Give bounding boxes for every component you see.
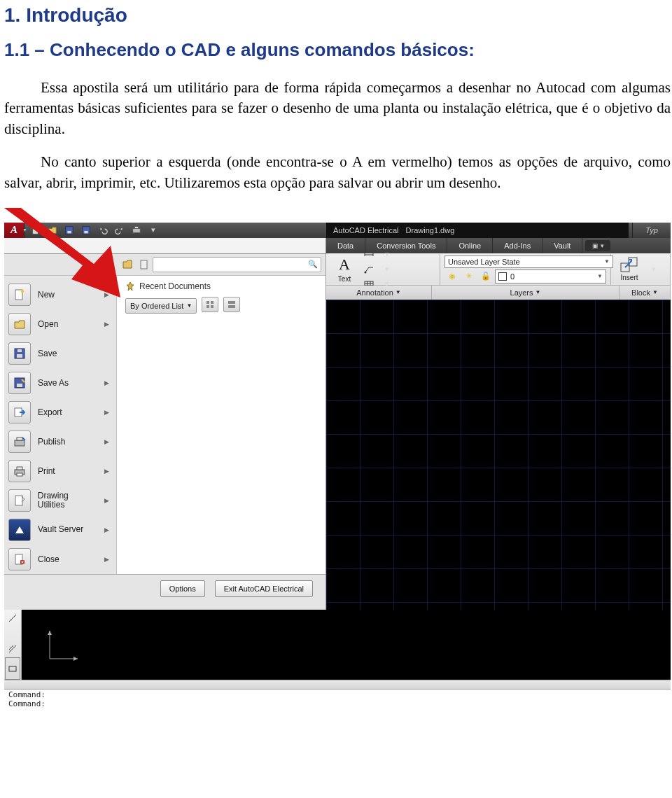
menu-vault-server[interactable]: Vault Server ▶ — [8, 515, 116, 545]
layer-on-icon[interactable]: ◉ — [444, 270, 460, 284]
current-layer-dropdown[interactable]: 0▼ — [495, 270, 606, 284]
close-icon — [8, 548, 31, 570]
submenu-arrow-icon: ▶ — [104, 321, 109, 328]
exit-button[interactable]: Exit AutoCAD Electrical — [215, 580, 313, 597]
text-tool-label: Text — [338, 275, 351, 283]
app-menu-open-docs-button[interactable] — [136, 259, 153, 270]
submenu-arrow-icon: ▶ — [104, 526, 109, 533]
annotation-dd-1[interactable]: ▾ — [379, 248, 395, 262]
current-layer-value: 0 — [510, 272, 514, 281]
screenshot: A ▼ ▾ AutoCAD Electrical Drawing1.dwg Ty… — [4, 223, 671, 708]
svg-rect-27 — [206, 305, 209, 308]
annotation-dd-2[interactable]: ▾ — [379, 262, 395, 276]
menu-saveas[interactable]: Save As ▶ — [8, 368, 116, 398]
text-tool-button[interactable]: A Text — [330, 255, 358, 284]
svg-rect-6 — [134, 227, 138, 229]
app-menu-search-input[interactable]: 🔍 — [153, 257, 321, 272]
help-search-box[interactable]: Typ — [632, 223, 671, 238]
layer-freeze-icon[interactable]: ☀ — [461, 270, 477, 284]
qat-plot-icon[interactable] — [128, 223, 145, 238]
svg-rect-28 — [211, 305, 214, 308]
app-menu-list: New ▶ Open ▶ Save — [4, 276, 116, 574]
tab-collapse-button[interactable]: ▣ ▾ — [585, 240, 610, 251]
chevron-down-icon: ▼ — [652, 289, 658, 295]
recent-documents-panel: Recent Documents By Ordered List▼ — [116, 276, 326, 574]
svg-rect-29 — [228, 301, 235, 304]
tool-line-icon[interactable] — [6, 611, 20, 625]
leader-button[interactable] — [361, 262, 377, 276]
chevron-down-icon: ▼ — [186, 302, 192, 309]
layer-state-dropdown[interactable]: Unsaved Layer State▼ — [444, 255, 613, 268]
export-icon — [8, 401, 31, 424]
view-small-icons-button[interactable] — [202, 297, 218, 312]
svg-rect-22 — [15, 496, 22, 505]
menu-new[interactable]: New ▶ — [8, 280, 116, 309]
qat-redo-icon[interactable] — [111, 223, 128, 238]
ordered-list-label: By Ordered List — [130, 302, 183, 310]
svg-rect-2 — [67, 231, 71, 234]
ordered-list-dropdown[interactable]: By Ordered List▼ — [125, 298, 197, 314]
grip-icon[interactable]: ⠿ — [6, 681, 13, 688]
command-history-1: Command: — [8, 690, 666, 699]
svg-rect-17 — [15, 440, 24, 446]
status-separator: ⠿ — [4, 680, 671, 689]
insert-icon — [620, 257, 638, 272]
chevron-down-icon: ▼ — [396, 289, 401, 295]
menu-publish[interactable]: Publish ▶ — [8, 427, 116, 456]
menu-close[interactable]: Close ▶ — [8, 545, 116, 574]
tab-conversion-tools[interactable]: Conversion Tools — [365, 238, 447, 253]
ucs-icon — [43, 624, 85, 666]
command-line[interactable]: Command: Command: — [4, 689, 671, 708]
insert-label: Insert — [620, 274, 638, 281]
qat-arrow-icon[interactable]: ▾ — [145, 223, 162, 238]
text-icon: A — [339, 255, 350, 274]
layer-lock-icon[interactable]: 🔓 — [478, 270, 493, 284]
insert-block-button[interactable]: Insert — [615, 255, 643, 284]
drawing-canvas-lower[interactable] — [22, 610, 671, 680]
svg-rect-18 — [17, 438, 22, 440]
menu-open[interactable]: Open ▶ — [8, 309, 116, 339]
panel-label-annotation[interactable]: Annotation▼ — [326, 286, 432, 300]
publish-icon — [8, 430, 31, 453]
tool-hatch-icon[interactable] — [6, 642, 20, 656]
qat-save-icon[interactable] — [61, 223, 78, 238]
insert-dd[interactable]: ▾ — [646, 262, 662, 276]
menu-save[interactable]: Save — [8, 339, 116, 368]
tab-data[interactable]: Data — [326, 238, 365, 253]
doc-paragraph-2: No canto superior a esquerda (onde encon… — [4, 152, 671, 193]
menu-drawing-utilities[interactable]: Drawing Utilities ▶ — [8, 486, 116, 515]
panel-label-layers[interactable]: Layers▼ — [432, 286, 620, 300]
search-icon: 🔍 — [308, 260, 318, 269]
panel-label-block[interactable]: Block▼ — [620, 286, 671, 300]
qat-undo-icon[interactable] — [94, 223, 111, 238]
svg-rect-30 — [228, 305, 235, 308]
submenu-arrow-icon: ▶ — [104, 556, 109, 563]
quick-access-toolbar: A ▼ ▾ AutoCAD Electrical Drawing1.dwg Ty… — [4, 223, 671, 238]
left-tool-strip — [4, 610, 22, 680]
pin-icon — [125, 281, 135, 291]
submenu-arrow-icon: ▶ — [104, 379, 109, 386]
qat-saveas-icon[interactable] — [78, 223, 94, 238]
submenu-arrow-icon: ▶ — [104, 468, 109, 475]
linear-dim-button[interactable] — [361, 248, 377, 262]
svg-rect-0 — [33, 227, 38, 234]
tool-rectangle-icon[interactable] — [5, 657, 20, 680]
tab-vault[interactable]: Vault — [542, 238, 582, 253]
doc-heading-1: 1. Introdução — [4, 4, 671, 27]
vault-icon — [8, 519, 31, 541]
app-menu-button[interactable]: A — [4, 223, 24, 238]
menu-new-label: New — [38, 290, 55, 300]
qat-new-icon[interactable] — [27, 223, 44, 238]
tool-blank[interactable] — [6, 626, 20, 640]
view-large-icons-button[interactable] — [223, 297, 240, 312]
drawing-canvas[interactable]: /*grid drawn below via spans*/ — [326, 300, 671, 610]
options-button[interactable]: Options — [160, 580, 205, 597]
tab-online[interactable]: Online — [447, 238, 493, 253]
app-menu-recent-button[interactable] — [119, 259, 136, 270]
menu-print[interactable]: Print ▶ — [8, 456, 116, 486]
menu-close-label: Close — [38, 554, 59, 564]
ribbon-tabs: Data Conversion Tools Online Add-Ins Vau… — [326, 238, 671, 253]
menu-export[interactable]: Export ▶ — [8, 398, 116, 427]
tab-add-ins[interactable]: Add-Ins — [493, 238, 542, 253]
qat-open-icon[interactable] — [44, 223, 61, 238]
